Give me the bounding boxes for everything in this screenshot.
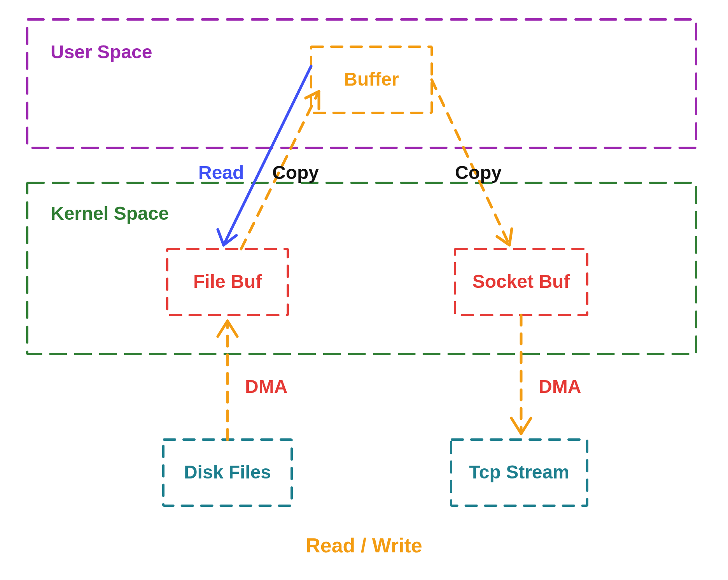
diagram: User Space Kernel Space Buffer File Buf … — [0, 0, 728, 580]
dma-arrow-1 — [218, 321, 237, 440]
dma-label-2: DMA — [539, 376, 581, 397]
file-buf-label: File Buf — [193, 271, 262, 292]
socket-buf-label: Socket Buf — [472, 271, 570, 292]
dma-label-1: DMA — [245, 376, 287, 397]
copy-label-2: Copy — [455, 162, 502, 183]
buffer-label: Buffer — [344, 69, 399, 89]
copy-label-1: Copy — [272, 162, 319, 183]
tcp-stream-label: Tcp Stream — [469, 462, 569, 482]
read-label: Read — [198, 162, 244, 183]
disk-files-label: Disk Files — [184, 462, 271, 482]
kernel-space-label: Kernel Space — [51, 203, 169, 224]
dma-arrow-2 — [511, 315, 531, 434]
caption: Read / Write — [306, 534, 422, 557]
svg-line-0 — [224, 66, 311, 245]
read-arrow — [218, 66, 311, 245]
user-space-label: User Space — [51, 42, 152, 62]
